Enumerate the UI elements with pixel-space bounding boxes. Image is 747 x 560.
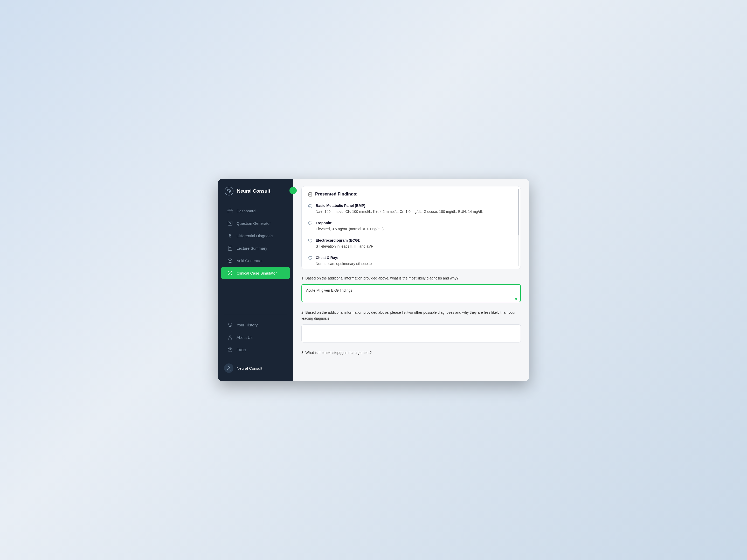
- collapse-sidebar-button[interactable]: ‹: [289, 187, 297, 194]
- finding-ecg-value: ST elevation in leads II, III, and aVF: [308, 244, 514, 248]
- diff-diag-icon: [227, 233, 233, 239]
- sidebar-item-about-us[interactable]: About Us: [221, 331, 290, 343]
- clinical-case-icon: [227, 270, 233, 276]
- clipboard-icon: [308, 192, 313, 196]
- finding-troponin-value: Elevated, 0.5 ng/mL (normal <0.01 ng/mL): [308, 227, 514, 231]
- app-title: Neural Consult: [237, 188, 270, 194]
- finding-bmp-value: Na+: 140 mmol/L, Cl-: 100 mmol/L, K+: 4.…: [308, 210, 514, 214]
- sidebar-item-faqs-label: FAQs: [236, 348, 247, 352]
- sidebar-nav: Dashboard Question Generator: [218, 202, 293, 311]
- sidebar-header: Neural Consult ‹: [218, 179, 293, 202]
- sidebar-item-differential-diagnosis[interactable]: Differential Diagnosis: [221, 230, 290, 242]
- heart-icon-xray: [308, 256, 313, 261]
- finding-troponin-name: Troponin:: [316, 221, 333, 225]
- anki-icon: [227, 258, 233, 263]
- finding-item-bmp: Basic Metabolic Panel (BMP): Na+: 140 mm…: [308, 201, 514, 216]
- sidebar: Neural Consult ‹ Dashboard: [218, 179, 293, 381]
- history-icon: [227, 322, 233, 328]
- scrollbar-track: [518, 189, 519, 266]
- svg-point-9: [228, 348, 232, 352]
- sidebar-item-dashboard-label: Dashboard: [236, 209, 256, 213]
- findings-title: Presented Findings:: [315, 192, 357, 197]
- question-2-answer-input[interactable]: [301, 324, 521, 343]
- sidebar-item-lecture-summary[interactable]: Lecture Summary: [221, 242, 290, 254]
- sidebar-item-faqs[interactable]: FAQs: [221, 344, 290, 356]
- faqs-icon: [227, 347, 233, 353]
- sidebar-item-question-generator[interactable]: Question Generator: [221, 217, 290, 229]
- findings-card: Presented Findings: Basic Metabolic Pane…: [301, 186, 521, 269]
- user-avatar: [224, 364, 233, 373]
- svg-point-8: [229, 336, 231, 337]
- app-window: Neural Consult ‹ Dashboard: [218, 179, 529, 381]
- svg-point-7: [228, 271, 232, 275]
- question-3-section: 3. What is the next step(s) in managemen…: [301, 350, 521, 355]
- question-3-text: 3. What is the next step(s) in managemen…: [301, 350, 521, 355]
- question-2-input-wrapper: [301, 324, 521, 344]
- finding-item-chest-xray: Chest X-Ray: Normal cardiopulmonary silh…: [308, 253, 514, 268]
- logo-icon: [224, 186, 234, 196]
- finding-item-ecg: Electrocardiogram (ECG): ST elevation in…: [308, 236, 514, 251]
- svg-point-0: [225, 187, 233, 195]
- svg-point-12: [308, 204, 312, 208]
- question-gen-icon: [227, 220, 233, 226]
- question-2-section: 2. Based on the additional information p…: [301, 310, 521, 344]
- svg-rect-1: [228, 210, 232, 213]
- question-1-text: 1. Based on the additional information p…: [301, 275, 521, 281]
- finding-xray-name: Chest X-Ray:: [316, 256, 338, 260]
- finding-bmp-name: Basic Metabolic Panel (BMP):: [316, 204, 366, 208]
- main-content: Presented Findings: Basic Metabolic Pane…: [293, 179, 529, 381]
- question-2-text: 2. Based on the additional information p…: [301, 310, 521, 321]
- question-1-input-wrapper: [301, 284, 521, 303]
- svg-point-3: [230, 224, 230, 225]
- sidebar-bottom-nav: Your History About Us: [218, 317, 293, 357]
- question-1-section: 1. Based on the additional information p…: [301, 275, 521, 303]
- finding-xray-value: Normal cardiopulmonary silhouette: [308, 262, 514, 266]
- sidebar-item-your-history[interactable]: Your History: [221, 319, 290, 331]
- sidebar-item-clinical-case-simulator-label: Clinical Case Simulator: [236, 271, 277, 275]
- sidebar-item-anki-generator-label: Anki Generator: [236, 259, 263, 263]
- sidebar-item-question-generator-label: Question Generator: [236, 221, 271, 225]
- finding-item-troponin: Troponin: Elevated, 0.5 ng/mL (normal <0…: [308, 218, 514, 234]
- sidebar-item-about-us-label: About Us: [236, 335, 253, 340]
- heart-icon-ecg: [308, 239, 313, 244]
- sidebar-divider: [224, 314, 287, 314]
- home-icon: [227, 208, 233, 214]
- svg-point-4: [230, 235, 231, 236]
- heart-icon-troponin: [308, 221, 313, 226]
- scrollbar-thumb: [518, 189, 519, 235]
- lecture-summary-icon: [227, 245, 233, 251]
- user-name: Neural Consult: [236, 366, 262, 371]
- findings-header: Presented Findings:: [308, 192, 514, 197]
- sidebar-item-differential-diagnosis-label: Differential Diagnosis: [236, 234, 273, 238]
- user-profile-item[interactable]: Neural Consult: [224, 362, 287, 375]
- question-1-answer-input[interactable]: [301, 284, 521, 302]
- svg-point-10: [228, 367, 230, 368]
- sidebar-item-clinical-case-simulator[interactable]: Clinical Case Simulator: [221, 267, 290, 279]
- sidebar-item-anki-generator[interactable]: Anki Generator: [221, 255, 290, 267]
- sidebar-item-dashboard[interactable]: Dashboard: [221, 205, 290, 217]
- findings-list: Basic Metabolic Panel (BMP): Na+: 140 mm…: [308, 201, 514, 268]
- about-us-icon: [227, 335, 233, 340]
- sidebar-user-section: Neural Consult: [218, 357, 293, 381]
- check-icon: [308, 204, 313, 209]
- sidebar-item-lecture-summary-label: Lecture Summary: [236, 246, 267, 250]
- finding-ecg-name: Electrocardiogram (ECG):: [316, 238, 360, 242]
- sidebar-item-your-history-label: Your History: [236, 323, 258, 327]
